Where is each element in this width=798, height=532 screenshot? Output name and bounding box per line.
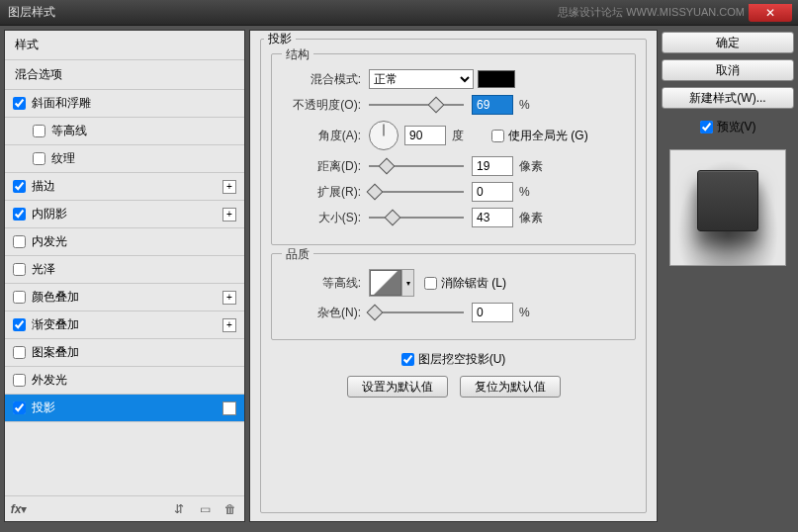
action-panel: 确定 取消 新建样式(W)... 预览(V): [662, 30, 794, 522]
page-icon[interactable]: ▭: [197, 501, 213, 517]
contour-label: 等高线:: [284, 275, 361, 292]
style-item[interactable]: 颜色叠加+: [5, 284, 244, 311]
style-label: 图案叠加: [32, 344, 236, 361]
style-label: 颜色叠加: [32, 289, 222, 306]
size-input[interactable]: [472, 208, 513, 227]
up-down-icon[interactable]: ⇵: [171, 501, 187, 517]
size-slider[interactable]: [369, 210, 464, 225]
reset-default-button[interactable]: 复位为默认值: [460, 376, 561, 398]
contour-swatch: [370, 270, 401, 296]
style-checkbox[interactable]: [13, 346, 26, 359]
style-checkbox[interactable]: [13, 318, 26, 331]
distance-unit: 像素: [519, 158, 549, 175]
spread-input[interactable]: [472, 182, 513, 202]
ok-button[interactable]: 确定: [662, 32, 794, 53]
blendmode-label: 混合模式:: [284, 71, 361, 88]
style-checkbox[interactable]: [33, 152, 45, 165]
blending-options[interactable]: 混合选项: [5, 60, 244, 90]
noise-unit: %: [519, 306, 549, 319]
style-label: 光泽: [32, 261, 236, 278]
spread-slider[interactable]: [369, 184, 464, 200]
add-effect-button[interactable]: +: [222, 291, 236, 305]
style-label: 纹理: [51, 150, 236, 167]
titlebar: 图层样式 思缘设计论坛 WWW.MISSYUAN.COM ✕: [0, 0, 798, 26]
style-checkbox[interactable]: [13, 263, 26, 276]
trash-icon[interactable]: 🗑: [222, 501, 238, 517]
opacity-unit: %: [519, 98, 549, 112]
distance-label: 距离(D):: [284, 158, 361, 175]
style-checkbox[interactable]: [13, 208, 26, 221]
close-button[interactable]: ✕: [749, 4, 792, 22]
opacity-slider[interactable]: [369, 97, 464, 113]
global-light-checkbox[interactable]: 使用全局光 (G): [491, 128, 588, 144]
structure-group: 结构 混合模式: 正常 不透明度(O): % 角度(A): 度: [271, 53, 636, 245]
style-checkbox[interactable]: [13, 235, 26, 248]
style-item[interactable]: 渐变叠加+: [5, 311, 244, 339]
make-default-button[interactable]: 设置为默认值: [347, 376, 448, 398]
panel-title: 投影: [264, 31, 296, 47]
add-effect-button[interactable]: +: [222, 180, 236, 194]
size-unit: 像素: [519, 210, 549, 226]
new-style-button[interactable]: 新建样式(W)...: [662, 87, 794, 109]
antialias-checkbox[interactable]: 消除锯齿 (L): [424, 275, 506, 292]
style-item[interactable]: 等高线: [5, 118, 244, 145]
distance-slider[interactable]: [369, 158, 464, 174]
structure-legend: 结构: [282, 46, 313, 63]
options-panel: 投影 结构 混合模式: 正常 不透明度(O): % 角度(A):: [249, 30, 658, 522]
watermark: 思缘设计论坛 WWW.MISSYUAN.COM: [558, 5, 745, 20]
add-effect-button[interactable]: +: [222, 401, 236, 415]
style-item[interactable]: 外发光: [5, 367, 244, 395]
noise-slider[interactable]: [369, 305, 464, 320]
opacity-input[interactable]: [472, 95, 513, 115]
angle-label: 角度(A):: [284, 128, 361, 144]
style-label: 斜面和浮雕: [32, 95, 236, 112]
knockout-checkbox[interactable]: 图层挖空投影(U): [401, 351, 506, 368]
shadow-color-swatch[interactable]: [478, 70, 515, 88]
style-checkbox[interactable]: [33, 125, 45, 137]
quality-group: 品质 等高线: ▾ 消除锯齿 (L) 杂色(N): %: [271, 253, 636, 340]
style-label: 渐变叠加: [32, 316, 222, 333]
noise-input[interactable]: [472, 303, 513, 322]
style-checkbox[interactable]: [13, 97, 26, 110]
style-label: 内发光: [32, 233, 236, 250]
style-checkbox[interactable]: [13, 401, 26, 414]
angle-dial[interactable]: [369, 121, 399, 150]
window-title: 图层样式: [8, 4, 558, 21]
spread-unit: %: [519, 185, 549, 199]
style-item[interactable]: 光泽: [5, 256, 244, 284]
angle-unit: 度: [452, 128, 482, 144]
style-checkbox[interactable]: [13, 374, 26, 387]
cancel-button[interactable]: 取消: [662, 59, 794, 81]
add-effect-button[interactable]: +: [222, 318, 236, 332]
style-item[interactable]: 斜面和浮雕: [5, 90, 244, 118]
style-item[interactable]: 描边+: [5, 173, 244, 201]
opacity-label: 不透明度(O):: [284, 97, 361, 114]
style-checkbox[interactable]: [13, 291, 26, 304]
style-checkbox[interactable]: [13, 180, 26, 193]
preview-swatch: [697, 170, 758, 231]
close-icon: ✕: [765, 6, 775, 20]
content: 样式 混合选项 斜面和浮雕等高线纹理描边+内阴影+内发光光泽颜色叠加+渐变叠加+…: [0, 26, 798, 526]
angle-input[interactable]: [404, 126, 446, 145]
style-item[interactable]: 内阴影+: [5, 201, 244, 228]
size-label: 大小(S):: [284, 210, 361, 226]
preview-box: [669, 149, 786, 266]
add-effect-button[interactable]: +: [222, 208, 236, 222]
styles-footer: fx▾ ⇵ ▭ 🗑: [5, 495, 244, 521]
style-item[interactable]: 纹理: [5, 145, 244, 173]
fx-icon[interactable]: fx▾: [11, 501, 27, 517]
style-label: 内阴影: [32, 206, 222, 222]
distance-input[interactable]: [472, 156, 513, 176]
styles-header: 样式: [5, 31, 244, 60]
styles-panel: 样式 混合选项 斜面和浮雕等高线纹理描边+内阴影+内发光光泽颜色叠加+渐变叠加+…: [4, 30, 245, 522]
preview-checkbox[interactable]: 预览(V): [662, 119, 794, 135]
style-item[interactable]: 内发光: [5, 228, 244, 256]
style-label: 描边: [32, 178, 222, 195]
style-label: 等高线: [51, 123, 236, 139]
style-item[interactable]: 投影+: [5, 395, 244, 422]
blendmode-select[interactable]: 正常: [369, 69, 474, 89]
quality-legend: 品质: [282, 246, 313, 263]
contour-picker[interactable]: ▾: [369, 269, 414, 297]
noise-label: 杂色(N):: [284, 305, 361, 321]
style-item[interactable]: 图案叠加: [5, 339, 244, 367]
